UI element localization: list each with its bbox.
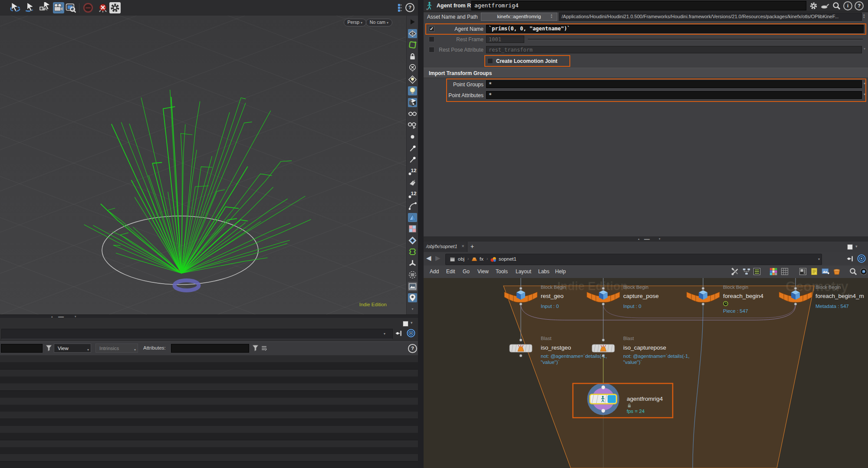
spreadsheet-help-icon[interactable]: ? (408, 344, 417, 353)
persp-menu-button[interactable]: Persp▾ (344, 19, 366, 26)
filter-funnel-icon[interactable] (252, 344, 259, 352)
node-name-label[interactable]: iso_capturepose (623, 344, 666, 351)
node-name-input[interactable]: agentfromrig4 (471, 1, 806, 10)
tree-view-icon[interactable] (742, 267, 751, 276)
spinner-icon[interactable]: ▴▾ (863, 13, 865, 19)
layout-panes-icon[interactable] (799, 267, 807, 276)
settings-gear-icon[interactable] (109, 2, 121, 13)
menu-edit[interactable]: Edit (446, 268, 455, 275)
sticky-note-icon[interactable] (810, 267, 819, 276)
agent-name-input[interactable]: `prims(0, 0, "agentname")` (486, 25, 864, 33)
hide-circle-icon[interactable] (408, 63, 417, 72)
point-numbers-icon[interactable] (408, 167, 417, 176)
table-row[interactable] (0, 426, 418, 433)
table-row[interactable] (0, 391, 418, 398)
locomotion-checkbox[interactable] (487, 58, 493, 64)
headlight-icon[interactable] (408, 86, 417, 95)
camera-menu-button[interactable]: No cam▾ (366, 19, 392, 26)
pane-mode-icon[interactable] (403, 321, 408, 327)
back-icon[interactable]: ◀ (426, 254, 431, 262)
node-agentfromrig4[interactable] (590, 394, 617, 404)
viewport-3d-canvas[interactable]: Persp▾ No cam▾ Indie Edition (0, 16, 406, 314)
group-blob-icon[interactable] (408, 247, 417, 256)
chevron-down-icon[interactable]: ▾ (818, 257, 820, 261)
view-orbit-tool-icon[interactable] (10, 2, 21, 13)
point-attributes-input[interactable]: * (486, 91, 862, 99)
sections-circle-icon[interactable] (408, 270, 417, 279)
color-palette-icon[interactable] (769, 267, 778, 276)
node-path-combo[interactable]: ▾ (1, 329, 393, 339)
curve-handles-icon[interactable] (408, 201, 417, 210)
search-icon[interactable] (832, 1, 841, 10)
uv-checker-icon[interactable] (408, 224, 417, 233)
table-row[interactable] (0, 383, 418, 391)
breadcrumb[interactable]: obj › fx › sopnet1 ▾ (445, 254, 822, 265)
pin-icon[interactable] (408, 155, 417, 164)
help-icon[interactable]: ? (855, 1, 864, 10)
asset-path-field[interactable]: /Applications/Houdini/Houdini21.0.500/Fr… (559, 13, 862, 21)
menu-view[interactable]: View (477, 268, 489, 275)
table-row[interactable] (0, 419, 418, 426)
point-groups-input[interactable]: * (486, 80, 862, 88)
node-name-label[interactable]: agentfromrig4 (627, 396, 663, 402)
fan-icon[interactable] (408, 259, 417, 268)
camera-move-tool-icon[interactable] (38, 2, 49, 13)
show-points-icon[interactable] (408, 132, 417, 141)
breadcrumb-fx[interactable]: fx (480, 256, 483, 262)
node-name-label[interactable]: rest_geo (541, 293, 564, 299)
shading-cube-icon[interactable] (408, 98, 417, 107)
pin-pane-icon[interactable] (395, 329, 403, 337)
table-row[interactable] (0, 405, 418, 412)
grid-snap-icon[interactable] (780, 267, 789, 276)
list-options-icon[interactable] (260, 344, 268, 352)
chevron-down-icon[interactable]: ▾ (426, 7, 428, 11)
menu-labs[interactable]: Labs (538, 268, 549, 275)
table-row[interactable] (0, 447, 418, 455)
new-tab-icon[interactable]: + (470, 243, 474, 250)
disable-icon[interactable] (82, 2, 94, 13)
node-name-label[interactable]: iso_restgeo (541, 344, 571, 351)
follow-selection-icon[interactable] (406, 328, 416, 338)
menu-tools[interactable]: Tools (496, 268, 508, 275)
rest-pose-input[interactable]: rest_transform (486, 46, 862, 53)
asset-name-select[interactable]: kinefx::agentfromrig (481, 13, 557, 21)
menu-help[interactable]: Help (555, 268, 566, 275)
table-row[interactable] (0, 355, 418, 363)
node-name-label[interactable]: capture_pose (623, 293, 659, 299)
table-row[interactable] (0, 376, 418, 384)
network-box[interactable] (503, 286, 814, 468)
background-image-icon[interactable] (408, 282, 417, 291)
viewport-help-icon[interactable]: ? (405, 3, 414, 12)
info-icon[interactable]: i (843, 1, 852, 10)
splitter-up-icon[interactable]: ▴ (638, 237, 640, 241)
tab-obj-fx-sopnet1[interactable]: /obj/fx/sopnet1 × (424, 242, 467, 252)
show-cameras-icon[interactable] (53, 2, 64, 13)
menu-go[interactable]: Go (463, 268, 470, 275)
add-image-icon[interactable] (821, 267, 830, 276)
chevron-down-icon[interactable]: ▾ (864, 47, 865, 51)
table-row[interactable] (0, 433, 418, 440)
siren-alert-icon[interactable] (97, 2, 108, 13)
network-canvas[interactable]: Indie Edition Geometry (424, 278, 868, 468)
table-row[interactable] (0, 370, 418, 377)
forward-icon[interactable]: ▶ (435, 254, 441, 262)
list-view-icon[interactable] (753, 267, 761, 276)
pin-pane-icon[interactable] (846, 255, 855, 263)
link-tree-icon[interactable] (394, 3, 404, 13)
pin-tilt-icon[interactable] (408, 144, 417, 153)
group-filter-input[interactable] (1, 344, 43, 353)
blue-diamond-icon[interactable] (408, 236, 417, 245)
menu-layout[interactable]: Layout (516, 268, 531, 275)
chevron-down-icon[interactable]: ▾ (384, 332, 385, 336)
gallery-basket-icon[interactable] (832, 267, 841, 276)
tab-close-icon[interactable]: × (462, 243, 464, 249)
viewport-loop-icon[interactable] (408, 40, 417, 49)
stereo-glasses-icon[interactable] (408, 109, 417, 118)
spinner-icon[interactable]: ▴▾ (551, 13, 552, 19)
location-pin-icon[interactable] (408, 293, 417, 302)
display-option-icon[interactable] (408, 75, 417, 84)
table-row[interactable] (0, 398, 418, 405)
network-splitter[interactable]: ▴ ▬▬ ▾ (424, 236, 868, 242)
table-row[interactable] (0, 461, 418, 468)
pan-tool-icon[interactable] (820, 1, 829, 10)
